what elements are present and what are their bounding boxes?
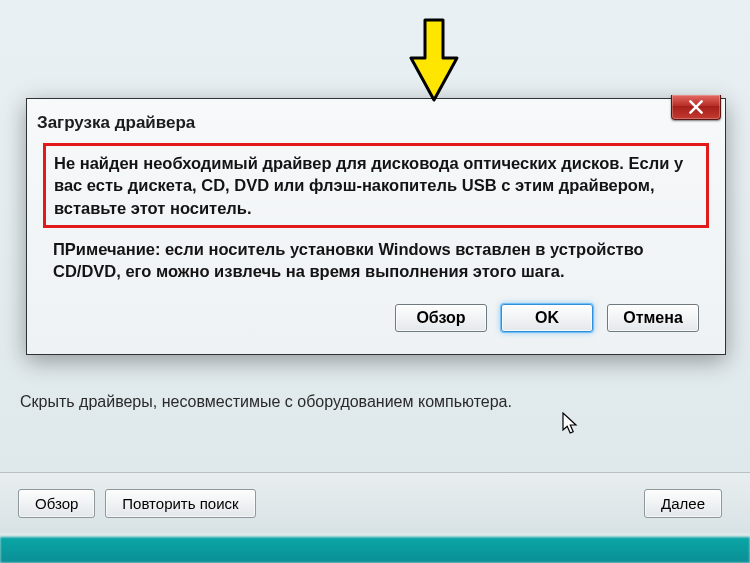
cancel-button[interactable]: Отмена — [607, 304, 699, 332]
dialog-title: Загрузка драйвера — [37, 113, 195, 133]
note-text: ПРимечание: если носитель установки Wind… — [53, 238, 699, 283]
parent-next-button[interactable]: Далее — [644, 489, 722, 518]
error-message-text: Не найден необходимый драйвер для дисков… — [54, 152, 698, 219]
mouse-cursor-icon — [562, 412, 579, 436]
close-button[interactable] — [671, 95, 721, 120]
browse-button[interactable]: Обзор — [395, 304, 487, 332]
close-icon — [689, 100, 703, 114]
parent-rescan-button[interactable]: Повторить поиск — [105, 489, 255, 518]
driver-load-dialog: Загрузка драйвера Не найден необходимый … — [26, 98, 726, 355]
parent-browse-button[interactable]: Обзор — [18, 489, 95, 518]
annotation-arrow-icon — [409, 18, 459, 102]
error-message-box: Не найден необходимый драйвер для дисков… — [43, 143, 709, 228]
note-text-block: ПРимечание: если носитель установки Wind… — [43, 238, 709, 287]
dialog-body: Не найден необходимый драйвер для дисков… — [27, 135, 725, 354]
dialog-titlebar: Загрузка драйвера — [27, 99, 725, 135]
window-border-accent — [0, 537, 750, 563]
ok-button[interactable]: OK — [501, 304, 593, 332]
hide-incompatible-drivers-checkbox-label: Скрыть драйверы, несовместимые с оборудо… — [20, 393, 512, 411]
dialog-button-row: Обзор OK Отмена — [43, 286, 709, 338]
parent-bottom-bar: Обзор Повторить поиск Далее — [0, 472, 750, 533]
